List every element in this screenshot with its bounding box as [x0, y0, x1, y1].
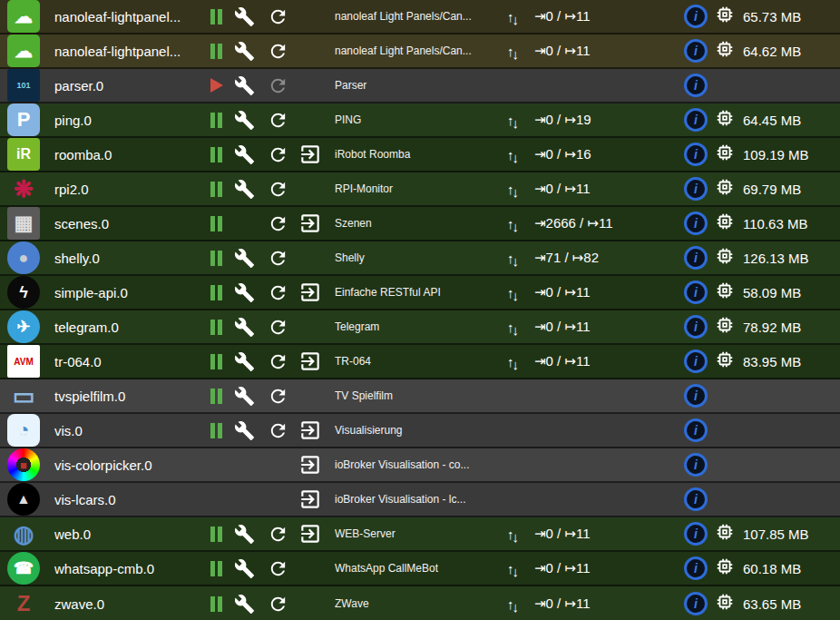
instance-row-nanoleaf-lightpanel[interactable]: ☁ nanoleaf-lightpanel... nanoleaf Light …: [0, 34, 840, 69]
restart-button[interactable]: [268, 594, 298, 615]
events-updown-icon: ↑↓: [507, 182, 534, 197]
configure-button[interactable]: [234, 282, 268, 303]
restart-button[interactable]: [268, 524, 298, 545]
pause-button[interactable]: [210, 389, 222, 404]
instance-row-vis-lcars0[interactable]: ▲ vis-lcars.0 ioBroker Visualisation - l…: [0, 483, 840, 517]
instance-description: ZWave: [335, 597, 507, 610]
configure-button[interactable]: [234, 420, 268, 441]
open-web-ui-button[interactable]: [298, 212, 335, 235]
instance-row-zwave0[interactable]: Z zwave.0 ZWave ↑↓ ⇥0 / ↦11 i: [0, 586, 840, 620]
restart-button[interactable]: [268, 213, 298, 234]
play-button[interactable]: [210, 78, 223, 93]
wrench-icon: [234, 420, 255, 441]
info-button[interactable]: i: [684, 280, 708, 304]
info-button[interactable]: i: [684, 246, 708, 270]
configure-button[interactable]: [234, 386, 268, 407]
open-web-ui-button[interactable]: [298, 522, 335, 546]
open-web-ui-button[interactable]: [298, 453, 335, 477]
pause-button[interactable]: [210, 9, 222, 25]
pause-button[interactable]: [210, 251, 222, 266]
info-button[interactable]: i: [684, 143, 708, 166]
open-web-ui-button[interactable]: [298, 349, 335, 373]
info-button[interactable]: i: [684, 453, 708, 477]
configure-button[interactable]: [234, 6, 268, 27]
instance-row-whatsapp-cmb0[interactable]: ☎ whatsapp-cmb.0 WhatsApp CallMeBot ↑↓ ⇥…: [0, 552, 840, 586]
configure-button[interactable]: [234, 351, 268, 372]
memory-usage: 83.95 MB: [743, 354, 801, 369]
instance-row-telegram0[interactable]: ✈ telegram.0 Telegram ↑↓ ⇥0 / ↦11 i: [0, 310, 840, 345]
pause-button[interactable]: [210, 596, 222, 612]
memory-usage: 110.63 MB: [743, 216, 807, 231]
restart-button[interactable]: [268, 110, 298, 131]
instance-row-parser0[interactable]: 101 parser.0 Parser ↑↓ i: [0, 69, 840, 103]
pause-button[interactable]: [210, 320, 222, 335]
pause-button[interactable]: [210, 423, 222, 438]
instance-row-tvspielfilm0[interactable]: ▭ tvspielfilm.0 TV Spielfilm ↑↓ i: [0, 379, 840, 414]
restart-button[interactable]: [268, 317, 298, 338]
configure-button[interactable]: [234, 144, 268, 165]
instance-row-shelly0[interactable]: ● shelly.0 Shelly ↑↓ ⇥71 / ↦82 i: [0, 241, 840, 276]
restart-button[interactable]: [268, 144, 298, 165]
configure-button[interactable]: [234, 179, 268, 200]
info-button[interactable]: i: [684, 384, 708, 408]
restart-button[interactable]: [268, 75, 298, 96]
info-button[interactable]: i: [684, 315, 708, 339]
configure-button[interactable]: [234, 558, 268, 579]
configure-button[interactable]: [234, 110, 268, 131]
configure-button[interactable]: [234, 41, 268, 62]
configure-button[interactable]: [234, 75, 268, 96]
instance-row-nanoleaf-lightpanel[interactable]: ☁ nanoleaf-lightpanel... nanoleaf Light …: [0, 0, 840, 34]
open-web-ui-button[interactable]: [298, 418, 335, 442]
configure-button[interactable]: [234, 317, 268, 338]
instance-row-roomba0[interactable]: iR roomba.0 iRobot Roomba ↑↓ ⇥0 / ↦16 i: [0, 138, 840, 172]
info-button[interactable]: i: [684, 556, 708, 580]
instance-name: vis.0: [54, 423, 210, 438]
open-web-ui-button[interactable]: [298, 280, 335, 304]
open-web-ui-button[interactable]: [298, 487, 335, 511]
configure-button[interactable]: [234, 248, 268, 269]
instance-row-vis-colorpicker0[interactable]: ■ vis-colorpicker.0 ioBroker Visualisati…: [0, 448, 840, 483]
pause-button[interactable]: [210, 44, 222, 59]
instance-row-ping0[interactable]: P ping.0 PING ↑↓ ⇥0 / ↦19 i: [0, 103, 840, 138]
restart-button[interactable]: [268, 420, 298, 441]
info-button[interactable]: i: [684, 177, 708, 201]
instance-row-web0[interactable]: ◍ web.0 WEB-Server ↑↓ ⇥0 / ↦11 i: [0, 517, 840, 552]
restart-button[interactable]: [268, 248, 298, 269]
restart-button[interactable]: [268, 282, 298, 303]
configure-button[interactable]: [234, 524, 268, 545]
restart-button[interactable]: [268, 351, 298, 372]
pause-button[interactable]: [210, 182, 222, 197]
info-button[interactable]: i: [684, 487, 708, 511]
refresh-icon: [268, 594, 288, 615]
restart-button[interactable]: [268, 558, 298, 579]
restart-button[interactable]: [268, 41, 298, 62]
restart-button[interactable]: [268, 6, 298, 27]
exit-to-app-icon: [298, 487, 322, 511]
instance-row-vis0[interactable]: ◔ vis.0 Visualisierung ↑↓ i: [0, 414, 840, 448]
info-button[interactable]: i: [684, 522, 708, 546]
restart-button[interactable]: [268, 386, 298, 407]
info-button[interactable]: i: [684, 5, 708, 28]
open-web-ui-button[interactable]: [298, 143, 335, 166]
pause-button[interactable]: [210, 113, 222, 128]
instance-row-simple-api0[interactable]: ϟ simple-api.0 Einfache RESTful API ↑↓ ⇥…: [0, 276, 840, 310]
info-button[interactable]: i: [684, 592, 708, 615]
events-updown-icon: ↑↓: [507, 285, 534, 300]
pause-button[interactable]: [210, 216, 222, 231]
info-button[interactable]: i: [684, 108, 708, 132]
pause-button[interactable]: [210, 527, 222, 542]
instance-row-rpi20[interactable]: ❋ rpi2.0 RPI-Monitor ↑↓ ⇥0 / ↦11 i: [0, 172, 840, 207]
info-button[interactable]: i: [684, 74, 708, 97]
pause-button[interactable]: [210, 147, 222, 162]
instance-row-tr-0640[interactable]: AVM tr-064.0 TR-064 ↑↓ ⇥0 / ↦11 i: [0, 345, 840, 379]
configure-button[interactable]: [234, 594, 268, 615]
pause-button[interactable]: [210, 354, 222, 369]
info-button[interactable]: i: [684, 39, 708, 63]
pause-button[interactable]: [210, 561, 222, 576]
instance-row-scenes0[interactable]: ▦ scenes.0 Szenen ↑↓ ⇥2666 / ↦11 i: [0, 207, 840, 241]
info-button[interactable]: i: [684, 418, 708, 442]
restart-button[interactable]: [268, 179, 298, 200]
info-button[interactable]: i: [684, 212, 708, 235]
info-button[interactable]: i: [684, 349, 708, 373]
pause-button[interactable]: [210, 285, 222, 300]
